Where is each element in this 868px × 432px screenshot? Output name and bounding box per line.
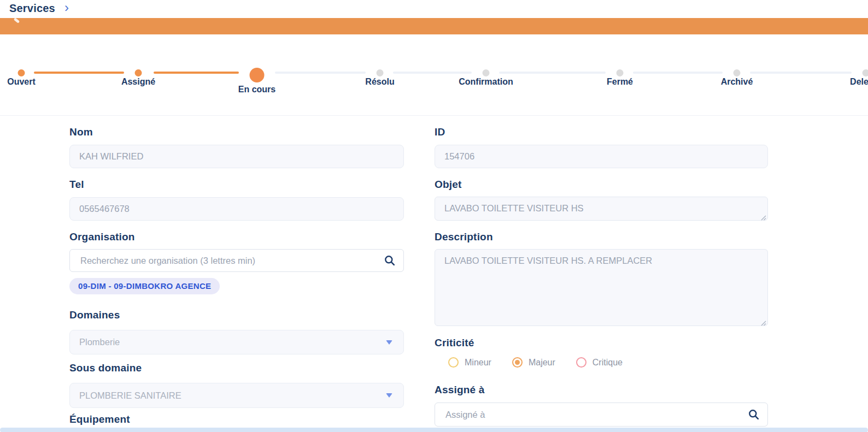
resize-handle-icon[interactable]: [760, 318, 766, 328]
radio-circle-icon[interactable]: [576, 357, 587, 368]
step-label: Deleted: [850, 77, 868, 87]
objet-label: Objet: [435, 179, 462, 191]
status-stepper: Ouvert Assigné En cours Résolu Confirmat…: [0, 0, 868, 115]
search-icon[interactable]: [748, 409, 760, 421]
step-dot: [18, 69, 25, 76]
horizontal-scrollbar[interactable]: [0, 428, 868, 432]
criticite-options: Mineur Majeur Critique: [448, 357, 623, 368]
nom-input[interactable]: [69, 145, 404, 168]
organisation-label: Organisation: [69, 231, 135, 243]
step-dot: [734, 69, 741, 76]
stepper-connector: [393, 72, 472, 74]
domaines-value: Plomberie: [79, 337, 120, 347]
resize-handle-icon[interactable]: [760, 213, 766, 223]
step-dot: [135, 69, 142, 76]
description-textarea[interactable]: LAVABO TOILETTE VISITEUR HS. A REMPLACER: [435, 249, 768, 326]
radio-mineur[interactable]: Mineur: [448, 357, 491, 368]
description-label: Description: [435, 231, 493, 243]
radio-label: Critique: [593, 358, 623, 368]
domaines-label: Domaines: [69, 309, 120, 321]
caret-down-icon: [386, 393, 392, 398]
section-divider: [0, 115, 868, 116]
organisation-search-input[interactable]: [79, 255, 384, 267]
step-dot: [617, 69, 624, 76]
step-label: Archivé: [721, 77, 753, 87]
domaines-select[interactable]: Plomberie: [69, 330, 404, 354]
stepper-connector: [34, 72, 124, 74]
step-label: Assigné: [121, 77, 155, 87]
step-label: Fermé: [607, 77, 633, 87]
radio-critique[interactable]: Critique: [576, 357, 623, 368]
step-label: En cours: [238, 85, 275, 94]
criticite-label: Criticité: [435, 337, 474, 349]
step-dot: [483, 69, 490, 76]
sous-domaine-label: Sous domaine: [69, 362, 142, 374]
organisation-search: [69, 249, 404, 272]
radio-majeur[interactable]: Majeur: [512, 357, 555, 368]
stepper-connector: [154, 72, 239, 74]
stepper-connector: [499, 72, 606, 74]
assigne-a-search: [435, 403, 768, 427]
organisation-chip[interactable]: 09-DIM - 09-DIMBOKRO AGENCE: [69, 278, 220, 294]
stepper-connector: [633, 72, 723, 74]
id-label: ID: [435, 126, 445, 138]
radio-label: Majeur: [529, 358, 555, 368]
objet-textarea[interactable]: LAVABO TOILETTE VISITEUR HS: [435, 197, 768, 221]
step-label: Ouvert: [7, 77, 36, 87]
tel-input[interactable]: [69, 197, 404, 221]
assigne-a-search-input[interactable]: [444, 409, 748, 421]
step-dot: [377, 69, 384, 76]
stepper-connector: [750, 72, 852, 74]
ticket-detail-page: Services › Ouvert Assigné En cours Résol…: [0, 0, 868, 432]
equipement-label: Équipement: [69, 413, 130, 425]
step-dot: [250, 68, 265, 82]
radio-circle-icon[interactable]: [448, 357, 459, 368]
step-label: Résolu: [365, 77, 394, 87]
step-label: Confirmation: [459, 77, 513, 87]
id-input[interactable]: [435, 145, 768, 168]
sous-domaine-select[interactable]: PLOMBERIE SANITAIRE: [69, 383, 404, 408]
tel-label: Tel: [69, 179, 84, 191]
search-icon[interactable]: [384, 255, 396, 267]
step-dot: [863, 69, 868, 76]
caret-down-icon: [386, 340, 392, 345]
radio-label: Mineur: [465, 358, 491, 368]
assigne-a-label: Assigné à: [435, 384, 485, 396]
stepper-connector: [275, 72, 366, 74]
nom-label: Nom: [69, 126, 93, 138]
sous-domaine-value: PLOMBERIE SANITAIRE: [79, 390, 181, 401]
radio-circle-icon[interactable]: [512, 357, 523, 368]
